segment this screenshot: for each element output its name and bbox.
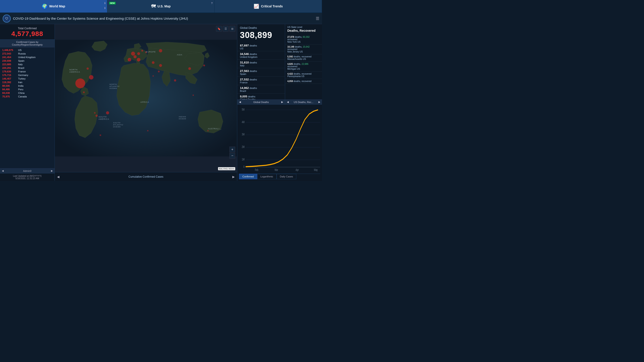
country-list: 1,446,875 US 272,043 Russia 241,454 Unit… xyxy=(0,47,54,168)
death-num: 27,563 xyxy=(240,69,249,73)
list-item[interactable]: 84,495 Peru xyxy=(0,88,54,91)
list-item[interactable]: 10,148 deaths, 15,642 recovered New Jers… xyxy=(285,44,322,54)
chart-svg: 5M 4M 3M 2M 1M 0 Feb Mar Apr May xyxy=(239,106,320,172)
admin-prev-arrow[interactable]: ◀ xyxy=(2,169,4,172)
info-icon-1[interactable]: ℹ xyxy=(104,2,105,5)
state-name: Pennsylvania US xyxy=(287,75,320,77)
death-num: 14,962 xyxy=(240,86,249,90)
country-num: 179,630 xyxy=(2,70,17,73)
nav-tab-critical-trends[interactable]: 📈 Critical Trends xyxy=(215,0,322,12)
nav-tab-us-map[interactable]: NEW 🗺 U.S. Map ? xyxy=(107,0,215,12)
country-name: India xyxy=(18,84,24,87)
global-deaths-prev[interactable]: ◀ xyxy=(239,100,241,103)
country-num: 146,457 xyxy=(2,77,17,80)
list-item[interactable]: 5,592 deaths, recovered Massachusetts US xyxy=(285,54,322,62)
country-name: Iran xyxy=(18,81,22,84)
chart-tab-daily-cases[interactable]: Daily Cases xyxy=(276,174,296,179)
death-country: Brazil xyxy=(240,90,282,92)
us-state-prev[interactable]: ◀ xyxy=(287,100,289,103)
jhu-shield: 🛡 xyxy=(3,14,11,22)
svg-text:4M: 4M xyxy=(242,120,244,124)
country-name: France xyxy=(18,70,26,73)
list-item[interactable]: 4,422 deaths, recovered Pennsylvania US xyxy=(285,71,322,79)
map-area: NORTHAMERICA SOUTHAMERICA EUROPE AFRICA … xyxy=(55,24,237,181)
list-item[interactable]: 146,457 Turkey xyxy=(0,77,54,80)
list-item[interactable]: 31,610 deaths Italy xyxy=(237,60,285,68)
country-num: 220,291 xyxy=(2,67,17,69)
list-item[interactable]: 34,546 deaths United Kingdom xyxy=(237,51,285,60)
global-deaths-next[interactable]: ▶ xyxy=(281,100,283,103)
country-num: 230,698 xyxy=(2,59,17,62)
map-zoom-controls: + − xyxy=(230,147,235,159)
chart-tab-logarithmic[interactable]: Logarithmic xyxy=(257,174,276,179)
list-item[interactable]: 1,446,875 US xyxy=(0,48,54,52)
chart-area: 5M 4M 3M 2M 1M 0 Feb Mar Apr May Co xyxy=(237,105,322,181)
left-top: Total Confirmed 4,577,988 xyxy=(0,24,54,39)
map-container[interactable]: NORTHAMERICA SOUTHAMERICA EUROPE AFRICA … xyxy=(55,24,237,172)
state-name: New York US xyxy=(287,41,320,43)
info-icon-3[interactable]: ? xyxy=(211,2,213,4)
map-next-arrow[interactable]: ▶ xyxy=(232,175,235,179)
country-name: Italy xyxy=(18,63,22,66)
us-state-header: US State Level xyxy=(285,24,322,29)
admin-next-arrow[interactable]: ▶ xyxy=(51,169,53,172)
list-item[interactable]: 223,885 Italy xyxy=(0,62,54,66)
top-nav: 🌍 World Map ℹ ℹ NEW 🗺 U.S. Map ? 📈 Criti… xyxy=(0,0,322,13)
death-country: Spain xyxy=(240,73,282,75)
grid-tool[interactable]: ⊞ xyxy=(230,26,235,32)
state-deaths: 10,148 xyxy=(287,45,294,48)
zoom-in-button[interactable]: + xyxy=(230,147,235,152)
state-recovered-label: recovered xyxy=(302,73,311,75)
header-bar: 🛡 COVID-19 Dashboard by the Center for S… xyxy=(0,13,322,24)
death-num: 31,610 xyxy=(240,61,249,64)
country-name: US xyxy=(18,49,22,51)
world-map-svg xyxy=(55,24,237,172)
bookmark-tool[interactable]: 🔖 xyxy=(216,26,222,32)
info-icon-2[interactable]: ℹ xyxy=(104,7,105,9)
admin-label: Admin0 xyxy=(23,170,31,172)
map-prev-arrow[interactable]: ◀ xyxy=(57,175,60,179)
list-item[interactable]: 27,563 deaths Spain xyxy=(237,68,285,77)
death-label: deaths xyxy=(250,44,257,47)
list-item[interactable]: 27,532 deaths France xyxy=(237,77,285,85)
list-item[interactable]: 87,697 deaths US xyxy=(237,43,285,51)
list-item[interactable]: 14,962 deaths Brazil xyxy=(237,85,285,94)
country-num: 75,975 xyxy=(2,95,17,98)
nav-tab-world-map[interactable]: 🌍 World Map ℹ ℹ xyxy=(0,0,107,12)
us-state-title: Deaths, Recovered xyxy=(285,29,322,34)
esri-credit: Esri, FAO, NOAA xyxy=(218,167,235,170)
list-item[interactable]: 241,454 United Kingdom xyxy=(0,55,54,59)
list-item[interactable]: 118,392 Iran xyxy=(0,80,54,84)
list-item[interactable]: 27,878 deaths, 60,302 recovered New York… xyxy=(285,35,322,44)
svg-text:3M: 3M xyxy=(242,132,244,136)
death-label: deaths xyxy=(250,61,257,64)
chart-tab-confirmed-label: Confirmed xyxy=(242,175,254,178)
us-state-next[interactable]: ▶ xyxy=(318,100,320,103)
list-item[interactable]: 220,291 Brazil xyxy=(0,66,54,70)
chart-tab-logarithmic-label: Logarithmic xyxy=(260,175,273,178)
global-deaths-nav: ◀ Global Deaths ▶ xyxy=(237,99,285,104)
svg-text:1M: 1M xyxy=(242,158,244,161)
hamburger-menu[interactable]: ☰ xyxy=(316,16,319,21)
list-item[interactable]: 75,975 Canada xyxy=(0,95,54,98)
death-num: 87,697 xyxy=(240,44,249,47)
country-num: 241,454 xyxy=(2,56,17,58)
death-country: US xyxy=(240,47,282,50)
chart-tab-daily-cases-label: Daily Cases xyxy=(280,175,293,178)
chart-tab-confirmed[interactable]: Confirmed xyxy=(239,174,257,179)
list-item[interactable]: 175,715 Germany xyxy=(0,73,54,77)
list-item[interactable]: 4,825 deaths, 22,686 recovered Michigan … xyxy=(285,62,322,71)
list-item[interactable]: 4,059 deaths, recovered xyxy=(285,79,322,84)
us-map-icon: 🗺 xyxy=(151,4,156,9)
list-item[interactable]: 88,506 India xyxy=(0,84,54,88)
list-item[interactable]: 230,698 Spain xyxy=(0,59,54,62)
list-item[interactable]: 9,005 deaths Global Deaths xyxy=(237,94,285,99)
list-tool[interactable]: ☰ xyxy=(223,26,228,32)
list-item[interactable]: 84,038 China xyxy=(0,91,54,95)
svg-text:2M: 2M xyxy=(242,145,244,149)
list-item[interactable]: 272,043 Russia xyxy=(0,52,54,55)
zoom-out-button[interactable]: − xyxy=(230,153,235,159)
list-item[interactable]: 179,630 France xyxy=(0,70,54,73)
header-title: COVID-19 Dashboard by the Center for Sys… xyxy=(13,16,314,20)
world-map-icon: 🌍 xyxy=(42,3,48,9)
